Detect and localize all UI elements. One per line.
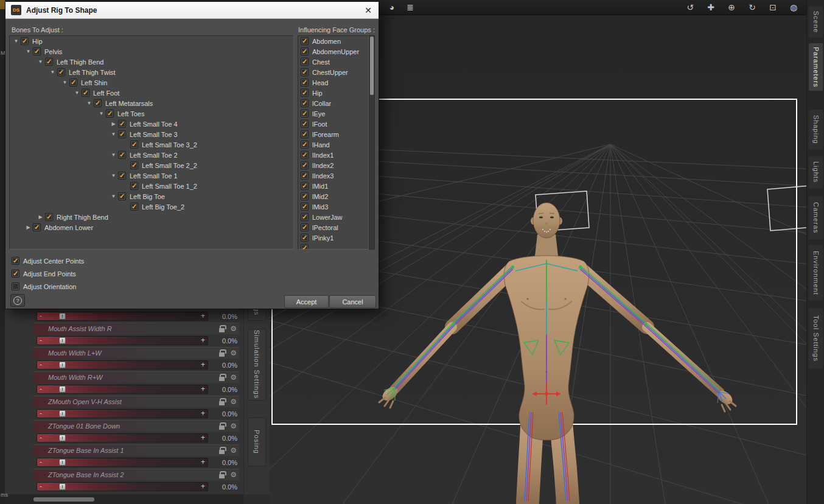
collapse-arrow-icon[interactable]: ▼	[49, 69, 57, 75]
face-group-item[interactable]: ✓lIndex2	[298, 160, 368, 170]
checkbox[interactable]: ✓	[12, 257, 19, 265]
checkbox[interactable]: ✓	[82, 89, 89, 97]
slider-handle[interactable]	[59, 337, 66, 344]
face-group-item[interactable]: ✓LowerJaw	[298, 212, 368, 222]
right-tab-scene[interactable]: Scene	[808, 6, 823, 38]
option-adjust-orientation[interactable]: Adjust Orientation	[12, 280, 194, 293]
lock-icon[interactable]	[219, 474, 225, 478]
checkbox[interactable]: ✓	[118, 192, 126, 200]
face-groups-scrollbar[interactable]	[369, 35, 375, 250]
collapse-arrow-icon[interactable]: ▼	[73, 90, 81, 96]
checkbox[interactable]: ✓	[45, 58, 53, 66]
shaded-display-icon[interactable]: ◕	[385, 1, 399, 13]
collapse-arrow-icon[interactable]: ▼	[110, 152, 117, 158]
face-group-item[interactable]: ✓lForearm	[298, 129, 368, 139]
collapse-arrow-icon[interactable]: ▼	[97, 111, 105, 116]
lock-icon[interactable]	[219, 352, 225, 357]
collapse-arrow-icon[interactable]: ▼	[110, 131, 117, 137]
decrement-button[interactable]: -	[40, 337, 42, 345]
collapse-arrow-icon[interactable]: ▼	[37, 59, 44, 65]
checkbox[interactable]: ✓	[106, 110, 114, 117]
face-group-item[interactable]: ✓lEye	[298, 108, 368, 119]
checkbox[interactable]: ✓	[301, 47, 309, 55]
checkbox[interactable]: ✓	[57, 68, 65, 76]
checkbox[interactable]: ✓	[301, 68, 309, 76]
collapse-arrow-icon[interactable]: ▼	[110, 194, 117, 199]
right-tab-lights[interactable]: Lights	[808, 156, 823, 189]
slider-handle[interactable]	[59, 313, 66, 320]
decrement-button[interactable]: -	[40, 458, 42, 466]
gear-icon[interactable]: ⚙	[230, 471, 237, 480]
slider-track[interactable]: -+	[37, 458, 208, 467]
orbit-icon[interactable]: ↺	[683, 1, 697, 13]
gear-icon[interactable]: ⚙	[230, 324, 237, 334]
checkbox[interactable]: ✓	[33, 47, 41, 55]
help-button[interactable]: ?	[10, 294, 25, 307]
checkbox[interactable]: ✓	[301, 37, 309, 45]
tree-item[interactable]: ▼✓Left Thigh Twist	[10, 67, 293, 77]
left-tab-posing[interactable]: Posing	[248, 418, 266, 466]
slider-track[interactable]: -+	[37, 409, 208, 418]
face-group-item[interactable]: ✓lCollar	[298, 98, 368, 108]
checkbox[interactable]: ✓	[45, 213, 53, 221]
checkbox[interactable]: ✓	[301, 192, 309, 200]
checkbox[interactable]: ✓	[301, 213, 309, 221]
checkbox[interactable]: ✓	[301, 203, 309, 211]
expand-arrow-icon[interactable]: ▶	[24, 225, 32, 230]
slider-handle[interactable]	[59, 362, 66, 368]
right-tab-tool-settings[interactable]: Tool Settings	[808, 308, 823, 369]
face-group-item[interactable]: ✓Abdomen	[298, 36, 368, 46]
face-group-item[interactable]: ✓lMid2	[298, 191, 368, 201]
tree-item[interactable]: ✓Left Small Toe 1_2	[10, 181, 293, 191]
tree-item[interactable]: ✓Left Small Toe 3_2	[10, 139, 293, 150]
collapse-arrow-icon[interactable]: ▼	[24, 49, 32, 54]
increment-button[interactable]: +	[201, 385, 205, 393]
decrement-button[interactable]: -	[40, 410, 42, 418]
checkbox[interactable]: ✓	[118, 172, 126, 180]
cancel-button[interactable]: Cancel	[329, 295, 376, 308]
lock-icon[interactable]	[219, 328, 225, 332]
face-group-item[interactable]: ✓lIndex1	[298, 150, 368, 160]
tree-item[interactable]: ▼✓Left Shin	[10, 77, 293, 88]
option-adjust-end-points[interactable]: ✓Adjust End Points	[12, 267, 194, 280]
decrement-button[interactable]: -	[40, 312, 42, 320]
tree-item[interactable]: ✓Left Small Toe 2_2	[10, 160, 293, 170]
lock-icon[interactable]	[219, 401, 225, 405]
left-tab-simulation-settings[interactable]: Simulation Settings	[248, 329, 266, 401]
horizontal-scrollbar-thumb[interactable]	[33, 497, 94, 502]
checkbox[interactable]: ✓	[301, 58, 309, 66]
checkbox[interactable]: ✓	[33, 223, 41, 231]
scrollbar-thumb[interactable]	[370, 37, 374, 95]
panel-bottom-scrollbar[interactable]	[5, 494, 243, 504]
option-adjust-center-points[interactable]: ✓Adjust Center Points	[12, 254, 194, 267]
rotate-icon[interactable]: ↻	[745, 1, 759, 13]
checkbox[interactable]: ✓	[301, 89, 309, 97]
increment-button[interactable]: +	[201, 337, 205, 345]
tree-item[interactable]: ▼✓Hip	[10, 36, 293, 46]
face-group-item[interactable]: ✓Chest	[298, 57, 368, 67]
lock-icon[interactable]	[219, 425, 225, 430]
checkbox[interactable]: ✓	[130, 182, 138, 190]
lock-icon[interactable]	[219, 450, 225, 454]
collapse-arrow-icon[interactable]: ▼	[61, 80, 69, 85]
checkbox[interactable]: ✓	[301, 223, 309, 231]
checkbox[interactable]: ✓	[130, 203, 138, 211]
checkbox[interactable]: ✓	[130, 141, 138, 149]
increment-button[interactable]: +	[201, 434, 205, 442]
checkbox[interactable]: ✓	[301, 141, 309, 149]
checkbox[interactable]: ✓	[118, 120, 126, 128]
tree-item[interactable]: ▶✓Left Small Toe 4	[10, 119, 293, 129]
increment-button[interactable]: +	[201, 410, 205, 418]
gear-icon[interactable]: ⚙	[230, 446, 237, 455]
expand-arrow-icon[interactable]: ▶	[37, 214, 44, 220]
tree-item[interactable]: ▼✓Left Thigh Bend	[10, 57, 293, 67]
face-group-item[interactable]: ✓AbdomenUpper	[298, 46, 368, 57]
face-group-item[interactable]: ✓Head	[298, 77, 368, 88]
checkbox[interactable]: ✓	[69, 79, 77, 86]
tree-item[interactable]: ▼✓Pelvis	[10, 46, 293, 57]
accept-button[interactable]: Accept	[284, 295, 329, 308]
tree-item[interactable]: ▶✓Right Thigh Bend	[10, 212, 293, 222]
checkbox[interactable]: ✓	[301, 120, 309, 128]
expand-arrow-icon[interactable]: ▶	[110, 121, 117, 127]
lock-icon[interactable]	[219, 377, 225, 381]
